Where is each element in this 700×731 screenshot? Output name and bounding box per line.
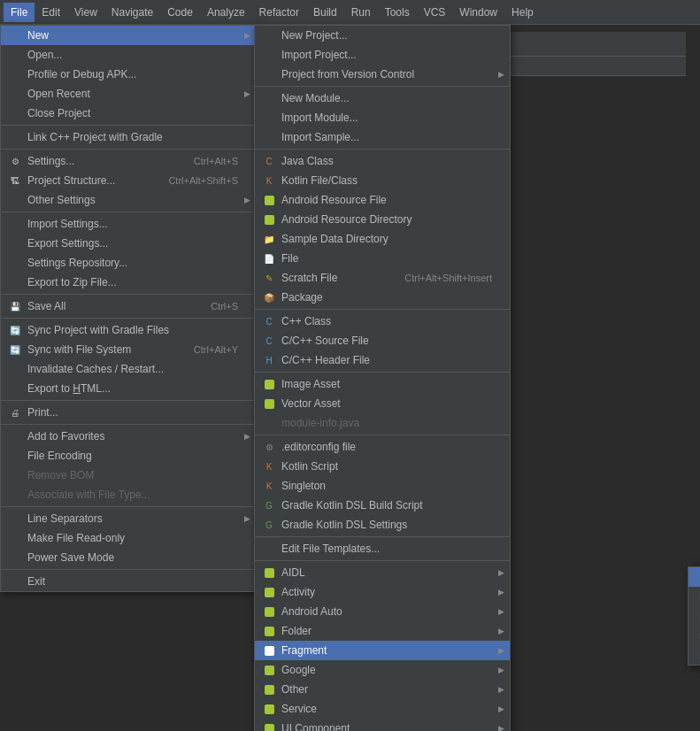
- new-menu-scratch-file[interactable]: ✎ Scratch File Ctrl+Alt+Shift+Insert: [255, 268, 510, 288]
- file-menu-associate-file-type: Associate with File Type...: [1, 485, 256, 504]
- new-menu-file[interactable]: 📄 File: [255, 249, 510, 268]
- file-menu-print[interactable]: 🖨 Print...: [1, 403, 256, 422]
- sync-fs-icon: 🔄: [8, 342, 22, 357]
- file-menu-new[interactable]: New: [1, 26, 256, 45]
- save-all-icon: 💾: [8, 299, 22, 313]
- new-menu-ui-component[interactable]: UI Component: [255, 719, 510, 731]
- close-project-icon: [8, 106, 22, 120]
- menu-view[interactable]: View: [67, 3, 104, 22]
- file-menu-file-encoding[interactable]: File Encoding: [1, 446, 256, 466]
- remove-bom-icon: [8, 468, 22, 482]
- file-menu-sync-fs[interactable]: 🔄 Sync with File System Ctrl+Alt+Y: [1, 340, 256, 359]
- new-menu-cpp-source[interactable]: C C/C++ Source File: [255, 331, 510, 350]
- file-menu-export-settings[interactable]: Export Settings...: [1, 234, 256, 253]
- new-menu-package[interactable]: 📦 Package: [255, 288, 510, 307]
- menu-build[interactable]: Build: [306, 3, 344, 22]
- new-menu-folder[interactable]: Folder: [255, 621, 510, 641]
- menu-file[interactable]: File: [4, 3, 35, 22]
- new-menu-kotlin-script[interactable]: K Kotlin Script: [255, 457, 510, 476]
- new-module-icon: [262, 91, 276, 105]
- file-menu-other-settings[interactable]: Other Settings: [1, 190, 256, 210]
- new-menu-gradle-kotlin-settings[interactable]: G Gradle Kotlin DSL Settings: [255, 515, 510, 535]
- file-menu-link-cpp[interactable]: Link C++ Project with Gradle: [1, 127, 256, 147]
- new-sep-6: [255, 536, 510, 537]
- new-menu-gradle-kotlin-build[interactable]: G Gradle Kotlin DSL Build Script: [255, 496, 510, 515]
- new-sep-4: [255, 372, 510, 373]
- other-icon: [262, 682, 276, 696]
- new-menu-android-resource-dir[interactable]: Android Resource Directory: [255, 210, 510, 229]
- separator-7: [1, 424, 256, 425]
- menu-vcs[interactable]: VCS: [417, 3, 453, 22]
- new-menu-service[interactable]: Service: [255, 699, 510, 719]
- menu-run[interactable]: Run: [344, 3, 378, 22]
- sample-data-icon: 📁: [262, 232, 276, 246]
- file-menu-invalidate-caches[interactable]: Invalidate Caches / Restart...: [1, 359, 256, 379]
- new-sep-7: [255, 560, 510, 561]
- menu-bar: File Edit View Navigate Code Analyze Ref…: [0, 0, 700, 25]
- file-menu-project-structure[interactable]: 🏗 Project Structure... Ctrl+Alt+Shift+S: [1, 171, 256, 190]
- new-menu-edit-templates[interactable]: Edit File Templates...: [255, 539, 510, 558]
- new-menu-kotlin-class[interactable]: K Kotlin File/Class: [255, 171, 510, 190]
- file-menu-save-all[interactable]: 💾 Save All Ctrl+S: [1, 296, 256, 316]
- fragment-submenu-dropdown: ▣ Fragment (Blank) ▣ Fragment (List) ▣ F…: [688, 566, 700, 666]
- new-menu-google[interactable]: Google: [255, 660, 510, 680]
- file-menu-import-settings[interactable]: Import Settings...: [1, 214, 256, 234]
- file-menu-add-favorites[interactable]: Add to Favorites: [1, 427, 256, 446]
- new-menu-android-resource-file[interactable]: Android Resource File: [255, 190, 510, 210]
- menu-code[interactable]: Code: [160, 3, 200, 22]
- new-menu-singleton[interactable]: K Singleton: [255, 476, 510, 496]
- new-menu-cpp-class[interactable]: C C++ Class: [255, 312, 510, 331]
- file-menu-open[interactable]: Open...: [1, 45, 256, 65]
- file-menu-open-recent[interactable]: Open Recent: [1, 84, 256, 104]
- new-menu-image-asset[interactable]: Image Asset: [255, 374, 510, 394]
- new-menu-vector-asset[interactable]: Vector Asset: [255, 394, 510, 413]
- file-icon: 📄: [262, 251, 276, 265]
- file-menu-settings[interactable]: ⚙ Settings... Ctrl+Alt+S: [1, 151, 256, 171]
- new-menu-activity[interactable]: Activity: [255, 582, 510, 602]
- new-menu-new-module[interactable]: New Module...: [255, 88, 510, 108]
- new-menu-import-project[interactable]: Import Project...: [255, 45, 510, 65]
- file-menu-close-project[interactable]: Close Project: [1, 104, 256, 123]
- new-sep-1: [255, 86, 510, 87]
- file-menu-profile-apk[interactable]: Profile or Debug APK...: [1, 65, 256, 84]
- file-menu-exit[interactable]: Exit: [1, 572, 256, 591]
- new-menu-java-class[interactable]: C Java Class: [255, 151, 510, 171]
- new-menu-fragment[interactable]: Fragment: [255, 641, 510, 660]
- menu-analyze[interactable]: Analyze: [200, 3, 252, 22]
- kotlin-class-icon: K: [262, 173, 276, 188]
- exit-icon: [8, 574, 22, 589]
- file-menu-settings-repository[interactable]: Settings Repository...: [1, 253, 256, 273]
- fragment-plus1[interactable]: ▣ Fragment (with a +1 button): [688, 626, 700, 645]
- new-menu-aidl[interactable]: AIDL: [255, 563, 510, 582]
- line-sep-icon: [8, 512, 22, 526]
- file-menu-sync-gradle[interactable]: 🔄 Sync Project with Gradle Files: [1, 320, 256, 340]
- fragment-modal-bottom[interactable]: ▣ Modal Bottom Sheet: [688, 645, 700, 665]
- new-menu-sample-data-dir[interactable]: 📁 Sample Data Directory: [255, 229, 510, 249]
- menu-window[interactable]: Window: [452, 3, 504, 22]
- new-menu-new-project[interactable]: New Project...: [255, 26, 510, 45]
- new-menu-vcs[interactable]: Project from Version Control: [255, 65, 510, 84]
- fragment-blank[interactable]: ▣ Fragment (Blank): [688, 567, 700, 587]
- fragment-list[interactable]: ▣ Fragment (List): [688, 587, 700, 606]
- file-menu-export-html[interactable]: Export to HTML...: [1, 379, 256, 398]
- new-menu-other[interactable]: Other: [255, 680, 510, 699]
- new-menu-android-auto[interactable]: Android Auto: [255, 602, 510, 621]
- file-menu-power-save[interactable]: Power Save Mode: [1, 548, 256, 567]
- file-menu-export-zip[interactable]: Export to Zip File...: [1, 273, 256, 292]
- invalidate-icon: [8, 362, 22, 376]
- menu-navigate[interactable]: Navigate: [104, 3, 160, 22]
- new-menu-import-module[interactable]: Import Module...: [255, 108, 510, 127]
- new-menu-editorconfig[interactable]: ⚙ .editorconfig file: [255, 437, 510, 457]
- file-menu-make-read-only[interactable]: Make File Read-only: [1, 528, 256, 548]
- menu-edit[interactable]: Edit: [35, 3, 67, 22]
- new-menu-import-sample[interactable]: Import Sample...: [255, 127, 510, 147]
- fragment-viewmodel[interactable]: ▣ Fragment (with ViewModel): [688, 606, 700, 626]
- separator-6: [1, 400, 256, 401]
- file-menu-dropdown: New Open... Profile or Debug APK... Open…: [0, 25, 257, 592]
- file-menu-line-separators[interactable]: Line Separators: [1, 509, 256, 528]
- vector-asset-icon: [262, 396, 276, 411]
- menu-help[interactable]: Help: [504, 3, 541, 22]
- new-menu-cpp-header[interactable]: H C/C++ Header File: [255, 350, 510, 370]
- menu-refactor[interactable]: Refactor: [252, 3, 306, 22]
- menu-tools[interactable]: Tools: [378, 3, 417, 22]
